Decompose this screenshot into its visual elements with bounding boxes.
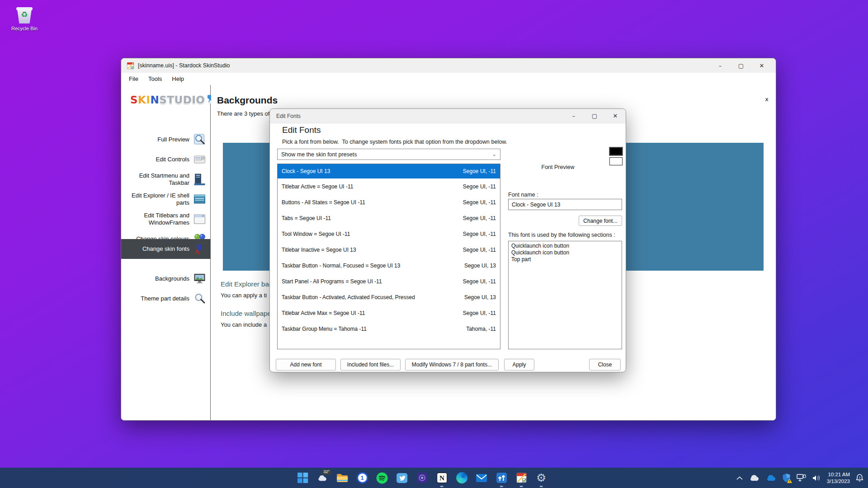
font-list-row[interactable]: Taskbar Button - Normal, Focused = Segoe… bbox=[278, 258, 500, 273]
twitter-bird-icon bbox=[396, 472, 408, 484]
sections-listbox[interactable]: Quicklaunch icon button Quicklaunch icon… bbox=[508, 241, 622, 349]
sidebar-item-theme-part-details[interactable]: Theme part details bbox=[121, 289, 210, 309]
weather-widget[interactable]: 32° bbox=[312, 468, 332, 488]
modify-win7-8-fonts-button[interactable]: Modify Windows 7 / 8 part fonts... bbox=[405, 359, 499, 371]
dialog-titlebar: Edit Fonts – ▢ ✕ bbox=[270, 109, 626, 123]
window-title: [skinname.uis] - Stardock SkinStudio bbox=[138, 62, 230, 69]
dialog-close-button[interactable]: ✕ bbox=[605, 109, 626, 123]
tray-chevron-up-icon[interactable] bbox=[736, 476, 743, 480]
twitter-icon[interactable] bbox=[392, 468, 412, 488]
change-font-button[interactable]: Change font... bbox=[579, 216, 622, 226]
sidebar-item-edit-startmenu-taskbar[interactable]: Edit Startmenu and Taskbar bbox=[121, 169, 210, 189]
speaker-icon[interactable] bbox=[812, 474, 821, 482]
recycle-bin-icon: ♻ bbox=[15, 5, 33, 24]
settings-icon[interactable]: ⚙ bbox=[531, 468, 551, 488]
explorer-icon bbox=[193, 193, 206, 206]
font-preset-dropdown[interactable]: Show me the skin font presets ⌄ bbox=[277, 149, 500, 160]
background-color-swatch[interactable] bbox=[609, 157, 623, 165]
font-list-row[interactable]: Titlebar Inactive = Segoe UI 13 Segoe UI… bbox=[278, 242, 500, 258]
notification-bell-icon[interactable]: z bbox=[856, 474, 863, 482]
font-color-swatch[interactable] bbox=[609, 147, 623, 155]
font-list-row[interactable]: Clock - Segoe UI 13 Segoe UI, -11 bbox=[278, 164, 500, 178]
folder-icon bbox=[336, 473, 348, 483]
close-button[interactable]: ✕ bbox=[751, 58, 772, 73]
menu-help[interactable]: Help bbox=[168, 74, 188, 84]
security-shield-icon[interactable] bbox=[782, 473, 791, 483]
add-new-font-button[interactable]: Add new font bbox=[276, 359, 336, 371]
dialog-heading: Edit Fonts bbox=[282, 125, 321, 135]
running-indicator bbox=[440, 486, 443, 487]
sidebar-item-edit-titlebars-frames[interactable]: Edit Titlebars and WindowFrames bbox=[121, 209, 210, 229]
skinstudio-taskbar-icon[interactable] bbox=[511, 468, 531, 488]
font-list-row[interactable]: Titlebar Active = Segoe UI -11 Segoe UI,… bbox=[278, 178, 500, 194]
font-row-name: Titlebar Active = Segoe UI -11 bbox=[282, 183, 353, 190]
one-password-glyph: 1 bbox=[357, 472, 368, 483]
media-player-icon[interactable] bbox=[412, 468, 432, 488]
chevron-down-icon: ⌄ bbox=[492, 151, 496, 157]
notion-icon[interactable]: N bbox=[432, 468, 452, 488]
ab-letters-icon: B A bbox=[193, 243, 206, 255]
spotify-glyph-icon bbox=[376, 472, 388, 484]
font-row-name: Titlebar Active Max = Segoe UI -11 bbox=[282, 310, 365, 316]
spotify-icon[interactable] bbox=[372, 468, 392, 488]
close-dialog-button[interactable]: Close bbox=[589, 359, 621, 371]
font-row-value: Segoe UI, -11 bbox=[463, 231, 496, 237]
font-list-row[interactable]: Buttons - All States = Segoe UI -11 Sego… bbox=[278, 194, 500, 210]
section-heading-include-wallpaper: Include wallpape bbox=[221, 310, 271, 317]
included-font-files-button[interactable]: Included font files... bbox=[340, 359, 401, 371]
edge-swirl-icon bbox=[456, 472, 467, 483]
recycle-bin-desktop-icon[interactable]: ♻ Recycle Bin bbox=[6, 5, 42, 31]
arrows-app-icon[interactable] bbox=[491, 468, 511, 488]
system-tray: 10:21 AM 3/13/2023 z bbox=[736, 468, 863, 488]
mail-icon[interactable] bbox=[472, 468, 491, 488]
font-list-row[interactable]: Taskbar Group Menu = Tahoma -11 Tahoma, … bbox=[278, 321, 500, 337]
section-body-include-wallpaper: You can include a bbox=[221, 321, 267, 328]
1password-icon[interactable]: 1 bbox=[352, 468, 372, 488]
edge-icon[interactable] bbox=[452, 468, 472, 488]
sidebar-item-full-preview[interactable]: Full Preview bbox=[121, 130, 210, 150]
logo-letter: S bbox=[130, 94, 138, 106]
up-arrows-icon bbox=[496, 472, 507, 483]
menu-tools[interactable]: Tools bbox=[144, 74, 166, 84]
running-indicator bbox=[520, 486, 523, 487]
logo-letter: K bbox=[138, 94, 146, 106]
font-list-row[interactable]: Tool Window = Segoe UI -11 Segoe UI, -11 bbox=[278, 226, 500, 242]
font-row-value: Segoe UI, -11 bbox=[463, 215, 496, 221]
temperature-badge: 32° bbox=[322, 469, 332, 475]
dialog-minimize-button[interactable]: – bbox=[563, 109, 584, 123]
section-item[interactable]: Quicklaunch icon button bbox=[511, 249, 619, 256]
font-list-row[interactable]: Titlebar Active Max = Segoe UI -11 Segoe… bbox=[278, 305, 500, 321]
font-list-row[interactable]: Tabs = Segoe UI -11 Segoe UI, -11 bbox=[278, 210, 500, 226]
sidebar-item-backgrounds[interactable]: Backgrounds bbox=[121, 269, 210, 289]
apply-button[interactable]: Apply bbox=[504, 359, 534, 371]
font-list-row[interactable]: Start Panel - All Programs = Segoe UI -1… bbox=[278, 273, 500, 289]
sidebar-item-edit-explorer-shell[interactable]: Edit Explorer / IE shell parts bbox=[121, 189, 210, 209]
section-item[interactable]: Quicklaunch icon button bbox=[511, 243, 619, 249]
file-explorer-icon[interactable] bbox=[332, 468, 352, 488]
font-name-input[interactable]: Clock - Segoe UI 13 bbox=[508, 199, 622, 210]
windows-start-icon bbox=[297, 472, 308, 483]
minimize-button[interactable]: – bbox=[710, 58, 731, 73]
menu-file[interactable]: File bbox=[125, 74, 142, 84]
font-row-value: Segoe UI, -11 bbox=[463, 278, 496, 285]
font-list-row[interactable]: Taskbar Button - Activated, Activated Fo… bbox=[278, 289, 500, 305]
sidebar-item-edit-controls[interactable]: Edit Controls bbox=[121, 150, 210, 169]
start-button[interactable] bbox=[292, 468, 312, 488]
font-row-value: Segoe UI, 13 bbox=[464, 294, 496, 300]
section-item[interactable]: Top part bbox=[511, 256, 619, 263]
dropdown-value: Show me the skin font presets bbox=[281, 151, 357, 158]
onedrive-blue-cloud-icon[interactable] bbox=[765, 474, 776, 481]
onedrive-gray-cloud-icon[interactable] bbox=[749, 474, 760, 481]
page-title: Backgrounds bbox=[217, 95, 278, 106]
sidebar-item-change-skin-fonts[interactable]: Change skin fonts B A bbox=[121, 239, 210, 259]
content-close-icon[interactable]: x bbox=[765, 96, 769, 103]
gear-icon: ⚙ bbox=[536, 472, 546, 483]
magnifier-icon bbox=[193, 133, 206, 146]
font-row-value: Tahoma, -11 bbox=[466, 326, 496, 332]
envelope-icon bbox=[476, 474, 487, 483]
window-titlebar: [skinname.uis] - Stardock SkinStudio – ▢… bbox=[121, 58, 776, 73]
maximize-button[interactable]: ▢ bbox=[731, 58, 751, 73]
dialog-maximize-button[interactable]: ▢ bbox=[584, 109, 605, 123]
tray-clock[interactable]: 10:21 AM 3/13/2023 bbox=[827, 471, 850, 485]
network-ethernet-icon[interactable] bbox=[797, 474, 806, 482]
